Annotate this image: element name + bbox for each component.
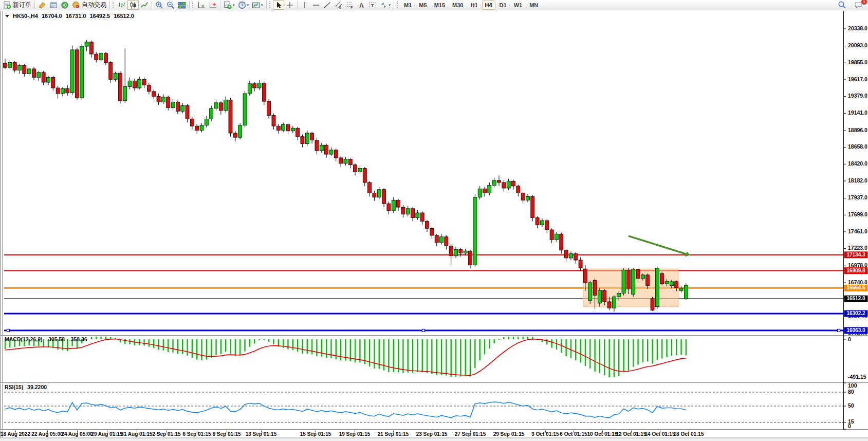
macd-histogram-bar [307,339,308,354]
timeframe-mn-button[interactable]: MN [526,1,541,10]
time-label: 3 Oct 01:15 [531,431,559,437]
timeframe-m1-button[interactable]: M1 [401,1,415,10]
low-value: 16492.5 [89,13,110,19]
macd-histogram-bar [460,339,461,377]
timeframe-h4-button[interactable]: H4 [482,1,495,10]
toolbar-grip[interactable] [269,2,271,8]
line-handle[interactable] [7,329,10,332]
macd-histogram-bar [311,339,312,355]
consolidation-rectangle[interactable] [583,269,678,307]
crosshair-button[interactable] [284,0,296,10]
candle [339,158,343,163]
candle [464,251,467,253]
vertical-line-button[interactable] [299,0,310,10]
toolbar-grip[interactable] [397,2,399,8]
candle [612,297,616,308]
bar-chart-button[interactable] [116,0,127,10]
price-tick [843,130,846,131]
horizontal-line-16512.0[interactable] [4,299,843,299]
toolbar-separator [152,1,152,9]
rsi-time-splitter[interactable] [0,429,868,430]
signals-button[interactable] [59,0,70,10]
line-chart-button[interactable] [139,0,150,10]
timeframe-d1-button[interactable]: D1 [496,1,510,10]
chevron-down-icon[interactable]: ▾ [233,3,235,7]
macd-histogram-bar [614,339,615,377]
fibonacci-button[interactable]: F [344,0,356,10]
timeframe-m5-button[interactable]: M5 [416,1,430,10]
macd-histogram-bar [254,339,255,343]
search-button[interactable] [836,0,847,10]
market-watch-button[interactable] [36,0,48,10]
candle [17,65,21,70]
candle [257,83,261,88]
line-handle[interactable] [838,329,840,332]
macd-histogram-bar [211,339,212,358]
candle [291,128,294,131]
chevron-down-icon[interactable]: ▾ [261,3,263,7]
candle [440,237,444,243]
new-order-button[interactable]: 新订单 [2,0,33,10]
candle [348,159,352,165]
tile-windows-button[interactable] [176,0,188,10]
candle [670,282,673,286]
candle [253,84,256,88]
price-tick-label: 17461.0 [848,228,867,234]
indicators-button[interactable]: ▾ [222,0,236,10]
macd-histogram-bar [676,339,677,355]
candlestick-chart-button[interactable] [127,0,139,10]
macd-histogram-bar [220,339,221,354]
macd-rsi-splitter[interactable] [0,382,868,383]
line-handle[interactable] [422,329,425,332]
trend-arrow[interactable] [629,236,686,254]
collapse-icon[interactable] [5,15,9,17]
equidistant-channel-button[interactable]: E [333,0,344,10]
horizontal-line-16909.8[interactable] [4,270,843,271]
price-tick-label: 17699.0 [848,211,867,217]
time-label: 8 Sep 01:15 [212,431,241,437]
channel-icon: E [335,1,343,9]
text-button[interactable]: A [356,0,367,10]
timeframe-w1-button[interactable]: W1 [511,1,526,10]
data-window-button[interactable] [48,0,59,10]
chevron-down-icon[interactable]: ▾ [247,3,249,7]
main-macd-splitter[interactable] [0,335,868,336]
open-value: 16704.0 [42,13,62,19]
horizontal-line-17134.3[interactable] [4,254,843,255]
timeframe-h1-button[interactable]: H1 [467,1,481,10]
candle [598,290,601,303]
zoom-out-button[interactable] [165,0,176,10]
candle [550,230,553,240]
auto-scroll-button[interactable] [196,0,207,10]
candle [574,254,578,260]
window-left-border [2,11,3,438]
autotrading-button[interactable]: 自动交易 [70,0,108,10]
horizontal-line-button[interactable] [310,0,322,10]
zoom-in-button[interactable] [154,0,165,10]
cursor-button[interactable] [273,0,284,10]
chevron-down-icon[interactable]: ▾ [389,3,391,7]
trendline-button[interactable] [322,0,333,10]
candle [282,124,285,130]
text-label-button[interactable]: T [367,0,378,10]
search-icon [838,1,846,9]
macd-histogram-bar [470,339,471,376]
price-label-17134.3: 17134.3 [846,252,865,258]
macd-histogram-bar [249,339,250,347]
macd-tick [843,339,846,340]
timeframe-m30-button[interactable]: M30 [449,1,466,10]
time-label: 15 Sep 01:15 [300,431,331,437]
template-icon [252,1,260,9]
periods-button[interactable]: ▾ [236,0,251,10]
toolbar-grip[interactable] [113,2,115,8]
macd-histogram-bar [503,337,504,339]
templates-button[interactable]: ▾ [250,0,265,10]
horizontal-line-16302.2[interactable] [4,313,843,315]
chart-shift-button[interactable] [207,0,218,10]
toolbar-grip[interactable] [192,2,194,8]
chat-button[interactable]: 1 [853,0,864,10]
macd-histogram-bar [608,339,610,377]
horizontal-line-16664.6[interactable] [4,287,843,289]
timeframe-m15-button[interactable]: M15 [431,1,448,10]
arrows-button[interactable]: ▾ [378,0,393,10]
